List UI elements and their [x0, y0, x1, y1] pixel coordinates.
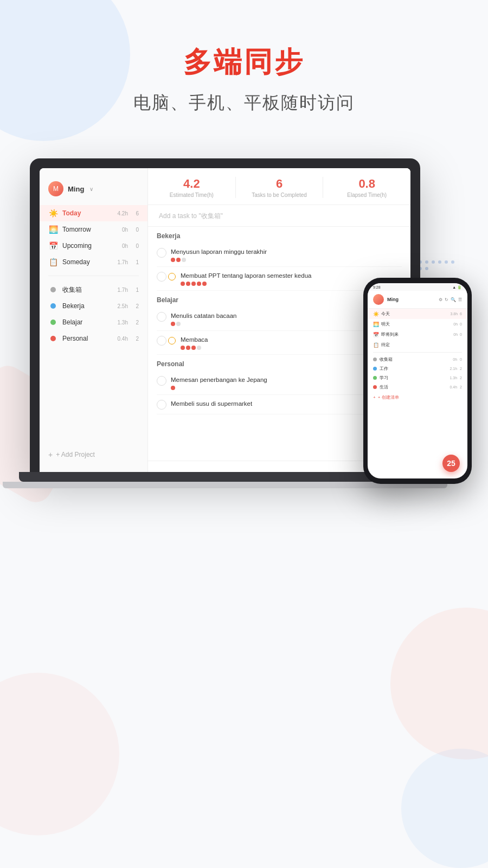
phone-project-count: 2	[460, 376, 462, 380]
task-checkbox[interactable]	[157, 336, 166, 346]
sidebar-count: 0	[132, 243, 139, 249]
task-checkbox[interactable]	[157, 312, 166, 322]
menu-icon[interactable]: ☰	[458, 297, 462, 302]
settings-icon[interactable]: ⚙	[439, 297, 442, 302]
task-checkbox-inner	[168, 273, 176, 280]
phone-project-label: 收集箱	[380, 356, 450, 362]
project-label: Bekerja	[62, 302, 113, 310]
star	[176, 258, 181, 262]
phone-item-upcoming[interactable]: 📅 即将到来 0h 0	[368, 329, 467, 340]
bekerja-dot	[48, 301, 58, 311]
phone-screen: 9:28 ▲ 🔋 Ming ⚙ ↻ 🔍 ☰ ☀️	[368, 283, 467, 478]
project-count: 1	[132, 287, 139, 293]
task-checkbox[interactable]	[157, 272, 166, 282]
phone-app-header: Ming ⚙ ↻ 🔍 ☰	[368, 291, 467, 309]
star	[186, 346, 190, 350]
phone-project-time: 2.1h	[450, 367, 457, 371]
phone-project-time: 0h	[453, 358, 457, 361]
sidebar-item-today[interactable]: ☀️ Today 4.2h 6	[40, 205, 147, 221]
sidebar-time: 1.7h	[118, 259, 128, 265]
stat-elapsed-time: 0.8 Elapsed Time(h)	[323, 177, 410, 198]
star	[202, 282, 207, 286]
phone-item-someday[interactable]: 📋 待定	[368, 340, 467, 350]
phone-item-count: 6	[460, 312, 462, 316]
star	[191, 346, 196, 350]
add-project-button[interactable]: + + Add Project	[40, 446, 147, 463]
search-icon[interactable]: 🔍	[451, 297, 456, 302]
devices-section: M Ming ∨ ☀️ Today 4.2h 6 🌅 Tomorrow	[0, 158, 488, 488]
tomorrow-icon: 🌅	[48, 225, 58, 234]
phone-item-label: 即将到来	[381, 331, 451, 337]
stat-label: Elapsed Time(h)	[323, 192, 410, 198]
star	[181, 282, 185, 286]
task-checkbox[interactable]	[157, 376, 166, 386]
sidebar-user: M Ming ∨	[40, 177, 147, 205]
sidebar-divider	[48, 276, 139, 276]
project-count: 2	[132, 303, 139, 309]
personal-dot	[48, 334, 58, 343]
hero-title: 多端同步	[0, 43, 488, 81]
chevron-down-icon: ∨	[89, 186, 93, 192]
sidebar-project-bekerja[interactable]: Bekerja 2.5h 2	[40, 298, 147, 314]
phone-item-today[interactable]: ☀️ 今天 3.8h 6	[368, 309, 467, 319]
sidebar-project-belajar[interactable]: Belajar 1.3h 2	[40, 314, 147, 330]
star	[171, 322, 175, 326]
phone-project-work[interactable]: 工作 2.1h 2	[368, 364, 467, 373]
phone-item-tomorrow[interactable]: 🌅 明天 0h 0	[368, 319, 467, 329]
star	[171, 386, 175, 390]
task-item: Menyusun laporan minggu terakhir	[157, 243, 402, 267]
phone-add-project-button[interactable]: + + 创建清单	[368, 392, 467, 403]
phone-tomorrow-icon: 🌅	[373, 322, 379, 327]
sidebar-count: 6	[132, 210, 139, 216]
project-time: 2.5h	[118, 303, 128, 309]
stat-estimated-time: 4.2 Estimated Time(h)	[148, 177, 236, 198]
task-checkbox[interactable]	[157, 400, 166, 410]
project-time: 1.7h	[118, 287, 128, 293]
project-time: 1.3h	[118, 320, 128, 326]
task-checkbox[interactable]	[157, 248, 166, 258]
sync-icon[interactable]: ↻	[445, 297, 448, 302]
phone-item-label: 明天	[381, 321, 451, 327]
stat-label: Estimated Time(h)	[148, 192, 235, 198]
stat-label: Tasks to be Completed	[236, 192, 323, 198]
project-label: 收集箱	[62, 285, 113, 295]
sidebar-project-personal[interactable]: Personal 0.4h 2	[40, 330, 147, 347]
upcoming-icon: 📅	[48, 241, 58, 251]
laptop-screen: M Ming ∨ ☀️ Today 4.2h 6 🌅 Tomorrow	[40, 168, 410, 472]
phone-project-inbox[interactable]: 收集箱 0h 0	[368, 355, 467, 364]
sidebar-count: 1	[132, 259, 139, 265]
sidebar-item-tomorrow[interactable]: 🌅 Tomorrow 0h 0	[40, 221, 147, 238]
phone-item-time: 3.8h	[450, 312, 458, 316]
phone-add-project-label: + 创建清单	[378, 394, 399, 400]
phone-project-count: 2	[460, 367, 462, 371]
task-input-bar[interactable]: Add a task to "收集箱"	[148, 205, 410, 227]
project-count: 2	[132, 336, 139, 342]
star	[186, 282, 190, 286]
phone-project-life[interactable]: 生活 0.4h 2	[368, 382, 467, 392]
phone-project-dot	[373, 367, 377, 371]
sidebar-time: 0h	[122, 227, 128, 233]
sidebar-item-label: Someday	[62, 258, 113, 266]
sidebar-project-inbox[interactable]: 收集箱 1.7h 1	[40, 282, 147, 298]
phone-fab-button[interactable]: 25	[442, 455, 460, 472]
project-count: 2	[132, 320, 139, 326]
sidebar-count: 0	[132, 227, 139, 233]
stat-value: 4.2	[148, 177, 235, 191]
task-input-placeholder: Add a task to "收集箱"	[159, 212, 223, 220]
avatar: M	[48, 181, 63, 196]
sidebar-item-someday[interactable]: 📋 Someday 1.7h 1	[40, 254, 147, 270]
star	[197, 282, 201, 286]
phone-project-study[interactable]: 学习 1.3h 2	[368, 373, 467, 382]
phone-project-dot	[373, 385, 377, 389]
task-checkbox-inner	[168, 337, 176, 344]
app-sidebar: M Ming ∨ ☀️ Today 4.2h 6 🌅 Tomorrow	[40, 168, 148, 472]
bg-deco-circle-bottom	[390, 608, 488, 760]
hero-subtitle: 电脑、手机、平板随时访问	[0, 91, 488, 115]
phone-outer: 9:28 ▲ 🔋 Ming ⚙ ↻ 🔍 ☰ ☀️	[363, 278, 472, 484]
phone-status-bar: 9:28 ▲ 🔋	[368, 283, 467, 291]
star	[171, 258, 175, 262]
phone-item-time: 0h	[453, 322, 458, 326]
sidebar-item-upcoming[interactable]: 📅 Upcoming 0h 0	[40, 238, 147, 254]
phone-item-label: 今天	[381, 311, 448, 317]
phone-project-dot	[373, 376, 377, 380]
